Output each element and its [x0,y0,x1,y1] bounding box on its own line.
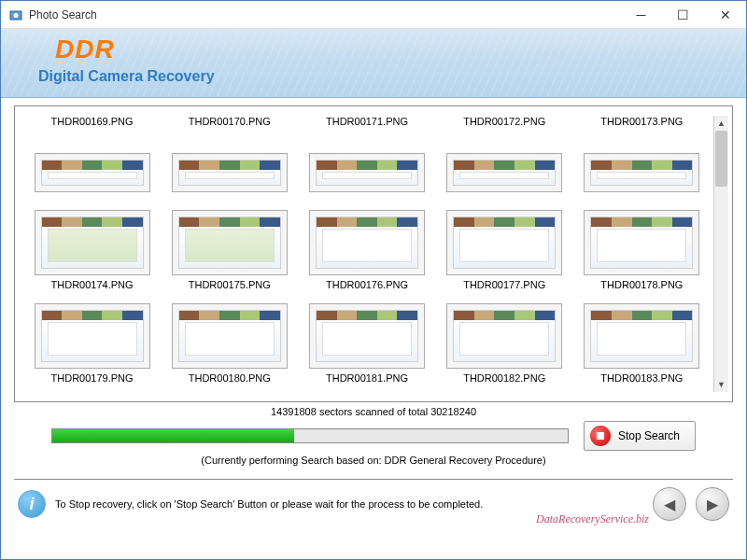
list-item[interactable]: THDR00182.PNG [441,303,569,392]
vertical-scrollbar[interactable]: ▲ ▼ [713,116,728,392]
file-name: THDR00170.PNG [189,116,271,127]
list-item[interactable]: THDR00176.PNG [303,210,430,299]
thumbnail [584,303,699,369]
list-item[interactable]: THDR00169.PNG [28,116,156,204]
thumbnail [446,153,562,192]
list-item[interactable]: THDR00174.PNG [28,210,156,299]
file-name: THDR00169.PNG [51,116,134,127]
thumbnail [309,153,425,192]
file-name: THDR00173.PNG [600,116,683,127]
file-name: THDR00174.PNG [51,279,134,290]
thumbnail [35,153,150,192]
stop-icon [590,426,611,446]
info-icon: i [18,490,46,518]
scroll-thumb[interactable] [715,131,727,187]
scroll-down-icon[interactable]: ▼ [714,377,728,392]
list-item[interactable]: THDR00173.PNG [578,116,706,204]
file-name: THDR00172.PNG [463,116,545,127]
list-item[interactable]: THDR00180.PNG [165,303,293,392]
thumbnail [172,303,288,369]
thumbnail [446,303,562,369]
file-name: THDR00171.PNG [326,116,408,127]
titlebar: Photo Search ─ ☐ ✕ [1,1,746,29]
thumbnail [35,303,150,369]
brand-logo: DDR [55,35,115,64]
svg-point-1 [14,13,19,18]
minimize-button[interactable]: ─ [620,1,662,28]
brand-subtitle: Digital Camera Recovery [38,68,215,85]
maximize-button[interactable]: ☐ [662,1,704,28]
thumbnail [309,303,425,369]
banner: DDR Digital Camera Recovery [1,29,746,98]
file-name: THDR00183.PNG [600,372,683,384]
progress-fill [52,429,294,442]
thumbnail [172,210,288,275]
list-item[interactable]: THDR00172.PNG [441,116,569,204]
list-item[interactable]: THDR00178.PNG [578,210,706,299]
file-name: THDR00175.PNG [189,279,271,290]
window-title: Photo Search [29,8,620,21]
stop-label: Stop Search [618,429,680,442]
thumbnail [584,210,699,275]
list-item[interactable]: THDR00171.PNG [303,116,430,204]
stop-search-button[interactable]: Stop Search [584,421,696,451]
list-item[interactable]: THDR00181.PNG [303,303,430,392]
list-item[interactable]: THDR00183.PNG [578,303,706,392]
file-name: THDR00180.PNG [189,372,271,384]
progress-area: 14391808 sectors scanned of total 302182… [14,402,733,473]
footer-message: To Stop recovery, click on 'Stop Search'… [55,498,643,510]
file-name: THDR00177.PNG [463,279,545,290]
file-name: THDR00181.PNG [326,372,408,384]
results-frame: THDR00169.PNG THDR00170.PNG THDR00171.PN… [14,105,733,402]
file-name: THDR00176.PNG [326,279,408,290]
thumbnail [172,153,288,192]
thumbnail [309,210,425,275]
progress-note: (Currently performing Search based on: D… [51,455,696,466]
list-item[interactable]: THDR00177.PNG [441,210,569,299]
app-icon [8,7,23,22]
list-item[interactable]: THDR00170.PNG [165,116,293,204]
thumbnail [584,153,699,192]
content-area: THDR00169.PNG THDR00170.PNG THDR00171.PN… [1,98,746,479]
footer: i To Stop recovery, click on 'Stop Searc… [14,479,733,528]
file-name: THDR00178.PNG [600,279,683,290]
file-name: THDR00182.PNG [463,372,545,384]
list-item[interactable]: THDR00175.PNG [165,210,293,299]
back-button[interactable]: ◀ [653,487,686,521]
scroll-track[interactable] [714,131,728,377]
thumbnail-grid: THDR00169.PNG THDR00170.PNG THDR00171.PN… [28,116,706,392]
thumbnail [35,210,150,275]
file-name: THDR00179.PNG [51,372,134,384]
close-button[interactable]: ✕ [704,1,746,28]
watermark: DataRecoveryService.biz [536,512,649,526]
thumbnail [446,210,562,275]
list-item[interactable]: THDR00179.PNG [28,303,156,392]
progress-bar [51,428,569,443]
scroll-up-icon[interactable]: ▲ [714,116,728,131]
forward-button[interactable]: ▶ [696,487,729,521]
progress-status: 14391808 sectors scanned of total 302182… [51,406,696,417]
